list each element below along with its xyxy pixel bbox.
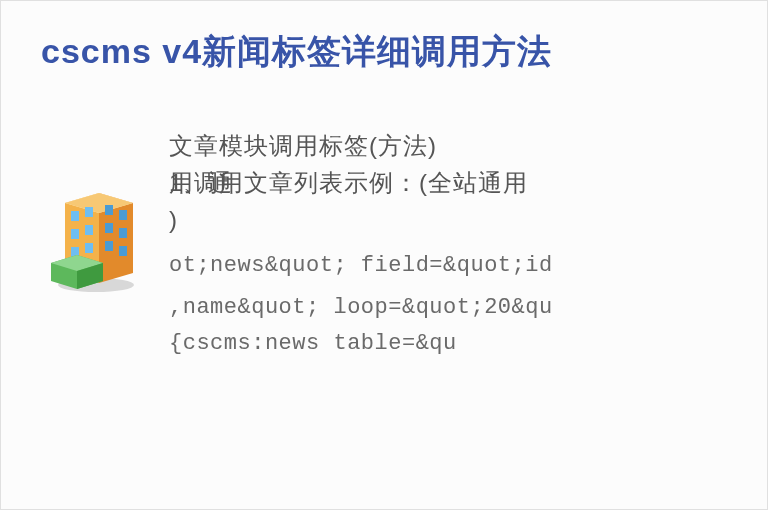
page-title: cscms v4新闻标签详细调用方法 [1, 1, 767, 75]
svg-rect-12 [119, 210, 127, 220]
code-fragment-2: ,name&quot; loop=&quot;20&qu [169, 291, 767, 325]
svg-rect-14 [119, 228, 127, 238]
example-line: 用调用文章列表示例：(全站通用 1、通 [169, 164, 767, 201]
svg-rect-8 [85, 225, 93, 235]
svg-rect-16 [119, 246, 127, 256]
text-block: 文章模块调用标签(方法) 用调用文章列表示例：(全站通用 1、通 ) ot;ne… [169, 127, 767, 361]
closing-paren: ) [169, 201, 767, 238]
svg-rect-6 [85, 207, 93, 217]
svg-rect-15 [105, 241, 113, 251]
content-area: 文章模块调用标签(方法) 用调用文章列表示例：(全站通用 1、通 ) ot;ne… [1, 127, 767, 361]
numbering-overlay: 1、通 [169, 164, 233, 201]
code-fragment-1: ot;news&quot; field=&quot;id [169, 249, 767, 283]
svg-rect-7 [71, 229, 79, 239]
svg-rect-5 [71, 211, 79, 221]
subtitle: 文章模块调用标签(方法) [169, 127, 767, 164]
svg-rect-10 [85, 243, 93, 253]
building-block-icon [41, 155, 151, 295]
code-fragment-3: {cscms:news table=&qu [169, 327, 767, 361]
svg-rect-13 [105, 223, 113, 233]
svg-rect-11 [105, 205, 113, 215]
